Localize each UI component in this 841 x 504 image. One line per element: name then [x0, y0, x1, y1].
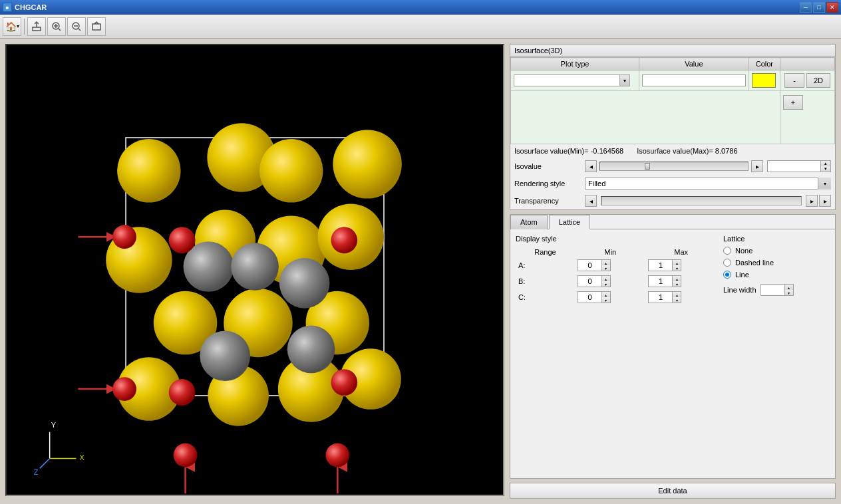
range-min-b-input[interactable] [578, 275, 601, 287]
2d-button[interactable]: 2D [806, 73, 830, 88]
tab-lattice[interactable]: Lattice [549, 215, 590, 229]
display-style-title: Display style [516, 235, 717, 243]
svg-point-40 [325, 443, 349, 467]
plot-type-dropdown-arrow[interactable]: ▾ [619, 74, 630, 86]
lattice-none-radio[interactable] [723, 247, 731, 255]
range-max-a: ▴ ▾ [645, 257, 717, 273]
viewport-3d[interactable]: Y X Z [5, 44, 504, 496]
range-min-a-down[interactable]: ▾ [602, 265, 610, 271]
color-cell [749, 70, 780, 91]
reset-view-button[interactable] [87, 17, 106, 36]
lattice-line-option[interactable]: Line [723, 271, 830, 279]
display-style-section: Display style Range Min Max A: [516, 235, 717, 305]
range-min-c-up[interactable]: ▴ [602, 292, 610, 297]
plot-type-input[interactable]: Charge density [514, 74, 620, 86]
minimize-button[interactable]: ─ [800, 2, 812, 13]
line-width-down[interactable]: ▾ [785, 290, 793, 295]
maximize-button[interactable]: □ [813, 2, 825, 13]
range-max-c-up[interactable]: ▴ [673, 292, 681, 297]
lattice-none-option[interactable]: None [723, 247, 830, 255]
range-max-c-input[interactable] [648, 291, 672, 303]
range-max-c: ▴ ▾ [645, 289, 717, 305]
svg-point-34 [112, 225, 136, 249]
color-swatch[interactable] [752, 73, 776, 88]
range-min-c-down[interactable]: ▾ [602, 297, 610, 303]
tab-bar: Atom Lattice [510, 215, 835, 229]
value-input[interactable]: 0.659749 [642, 74, 746, 86]
title-bar: ■ CHGCAR ─ □ ✕ [0, 0, 841, 15]
line-width-input[interactable]: 1.0 [760, 284, 784, 296]
tab-atom[interactable]: Atom [510, 215, 548, 229]
range-min-b-down[interactable]: ▾ [602, 281, 610, 287]
lattice-title: Lattice [723, 235, 830, 243]
svg-point-15 [259, 139, 323, 202]
close-button[interactable]: ✕ [826, 2, 838, 13]
line-width-up[interactable]: ▴ [785, 285, 793, 290]
home-button[interactable]: 🏠▾ [3, 17, 21, 36]
plus-button[interactable]: + [783, 95, 803, 110]
app-icon: ■ [3, 3, 12, 12]
isovalue-right-btn[interactable]: ▸ [751, 160, 763, 172]
isovalue-spinbox: 0.65974859 ▴ ▾ [767, 160, 831, 172]
range-min-b-up[interactable]: ▴ [602, 276, 610, 281]
zoom-in-button[interactable] [47, 17, 66, 36]
range-min-b: ▴ ▾ [575, 273, 646, 289]
trans-extra-btn[interactable]: ▸ [819, 195, 831, 207]
line-width-spinbox: 1.0 ▴ ▾ [760, 284, 794, 296]
svg-text:Y: Y [51, 421, 57, 429]
isovalue-up-btn[interactable]: ▴ [821, 161, 830, 166]
svg-point-32 [287, 326, 335, 374]
isovalue-left-btn[interactable]: ◂ [585, 160, 597, 172]
lattice-section: Lattice None Dashed line [723, 235, 830, 305]
range-max-a-input[interactable] [648, 259, 672, 271]
svg-point-42 [331, 227, 357, 253]
range-min-a-up[interactable]: ▴ [602, 260, 610, 265]
range-min-c-input[interactable] [578, 291, 601, 303]
range-label-a: A: [516, 257, 575, 273]
svg-point-29 [279, 258, 330, 309]
svg-point-41 [169, 227, 196, 253]
svg-point-30 [231, 243, 279, 291]
range-row-b: B: ▴ ▾ [516, 273, 717, 289]
export-button[interactable] [27, 17, 46, 36]
svg-line-3 [59, 29, 61, 31]
isovalue-slider[interactable] [599, 162, 749, 171]
svg-point-38 [174, 443, 198, 467]
action-cell: - 2D [780, 70, 835, 91]
range-min-a: ▴ ▾ [575, 257, 646, 273]
range-min-a-input[interactable] [578, 259, 601, 271]
range-max-b-down[interactable]: ▾ [673, 281, 681, 287]
range-label-c: C: [516, 289, 575, 305]
isosurface-title: Isosurface(3D) [510, 45, 835, 57]
rendering-select[interactable]: Filled [585, 178, 831, 189]
color-header: Color [749, 58, 780, 70]
main-container: Y X Z [0, 39, 841, 504]
rendering-select-wrapper: Filled ▾ [585, 178, 831, 189]
trans-right-btn[interactable]: ▸ [806, 195, 818, 207]
trans-left-btn[interactable]: ◂ [585, 195, 597, 207]
zoom-out-button[interactable] [67, 17, 86, 36]
lattice-dashed-option[interactable]: Dashed line [723, 259, 830, 267]
svg-point-13 [117, 139, 180, 202]
range-max-b-input[interactable] [648, 275, 672, 287]
range-max-a-down[interactable]: ▾ [673, 265, 681, 271]
isosurface-section: Isosurface(3D) Plot type Value Color [510, 44, 836, 210]
minus-button[interactable]: - [784, 73, 804, 88]
svg-text:X: X [79, 453, 84, 461]
range-max-b-up[interactable]: ▴ [673, 276, 681, 281]
app-title: CHGCAR [15, 3, 47, 11]
isovalue-down-btn[interactable]: ▾ [821, 166, 830, 172]
lattice-line-radio[interactable] [723, 271, 731, 279]
rendering-row: Rendering style Filled ▾ [510, 175, 835, 192]
edit-data-button[interactable]: Edit data [510, 483, 836, 499]
lattice-dashed-radio[interactable] [723, 259, 731, 267]
isovalue-input[interactable]: 0.65974859 [767, 160, 820, 172]
range-max-c-down[interactable]: ▾ [673, 297, 681, 303]
right-panel: Isosurface(3D) Plot type Value Color [510, 44, 836, 499]
plus-cell: + [780, 91, 835, 144]
svg-rect-0 [33, 27, 41, 31]
isovalue-label: Isovalue [514, 162, 581, 170]
line-width-row: Line width 1.0 ▴ ▾ [723, 284, 830, 296]
transparency-slider[interactable] [601, 196, 802, 205]
range-max-a-up[interactable]: ▴ [673, 260, 681, 265]
